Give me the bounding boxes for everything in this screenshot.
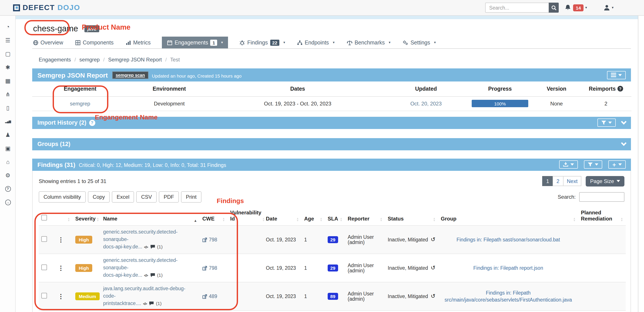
history-icon[interactable]: ↺ [430,293,435,299]
column-visibility-button[interactable]: Column visibility [39,191,86,202]
engagement-link[interactable]: semgrep [70,100,90,106]
sidebar-item-products[interactable]: ▢ [0,47,16,61]
pdf-button[interactable]: PDF [159,191,179,202]
groups-section-header[interactable]: Groups (12) [32,138,631,150]
severity-header[interactable]: Severity▲▼ [73,208,100,225]
test-menu-button[interactable] [607,71,626,79]
sidebar-item-components[interactable]: ▦ [0,74,16,88]
group-header[interactable]: Group▲▼ [438,208,578,225]
product-name[interactable]: chess-game [33,24,78,34]
notifications-bell[interactable] [565,4,571,11]
history-icon[interactable]: ↺ [430,236,435,243]
tab-overview[interactable]: Overview [32,37,64,48]
import-history-filter-button[interactable] [598,118,616,127]
sort-arrows[interactable]: ▲▼ [68,217,70,222]
sort-arrows[interactable]: ▲▼ [380,217,382,222]
row-checkbox[interactable] [41,236,47,242]
tab-benchmarks[interactable]: Benchmarks ▾ [346,37,392,48]
notification-count-badge[interactable]: 14 [573,4,584,11]
sidebar-item-findings[interactable]: ✱ [0,61,16,74]
sla-header[interactable]: SLA▲▼ [325,208,345,225]
print-button[interactable]: Print [181,191,201,202]
row-checkbox[interactable] [41,293,47,298]
csv-button[interactable]: CSV [136,191,157,202]
group-link[interactable]: Findings in: Filepath src/main/java/core… [444,290,572,302]
tab-findings[interactable]: Findings 22 ▾ [239,37,286,48]
cwe-link[interactable]: 798 [202,237,217,242]
help-circle-icon[interactable]: ? [89,120,95,126]
row-actions-kebab-icon[interactable]: ⋮ [58,264,64,271]
planned-remediation-header[interactable]: Planned Remediation▲▼ [578,208,626,225]
sidebar-item-announcements[interactable]: ⌂ [0,155,16,169]
sidebar-item-dashboard[interactable]: ◔ [0,20,16,34]
updated-link[interactable]: Oct. 20, 2023 [410,100,442,106]
sidebar-item-help[interactable]: ? [0,182,16,196]
name-header[interactable]: Name▲ [100,208,200,225]
cwe-header[interactable]: CWE▲▼ [200,208,228,225]
next-page-button[interactable]: Next [563,176,581,186]
reporter-header[interactable]: Reporter▲▼ [345,208,385,225]
tab-metrics[interactable]: Metrics [125,37,152,48]
sidebar-item-settings[interactable]: ⚙ [0,169,16,182]
age-header[interactable]: Age▲▼ [302,208,325,225]
sort-arrows[interactable]: ▲▼ [433,217,436,222]
breadcrumb-engagements[interactable]: Engagements [39,57,71,63]
collapse-chevron-icon[interactable] [621,119,626,124]
finding-name-link[interactable]: generic.secrets.security.detected-sonarq… [103,228,197,251]
sort-arrows[interactable]: ▲▼ [573,217,576,222]
actions-header[interactable]: ▲▼ [55,208,73,225]
defectdojo-logo[interactable]: DEFECT DOJO [13,3,80,12]
notifications-caret-icon[interactable]: ▾ [585,6,587,10]
history-icon[interactable]: ↺ [430,264,435,271]
group-link[interactable]: Findings in: Filepath report.json [474,265,543,270]
breadcrumb-report[interactable]: Semgrep JSON Report [108,57,162,63]
group-link[interactable]: Findings in: Filepath sast/sonar/sonarcl… [456,237,560,242]
tab-endpoints[interactable]: Endpoints ▾ [296,37,335,48]
row-checkbox[interactable] [41,264,47,270]
finding-name-link[interactable]: java.lang.security.audit.active-debug-co… [103,285,197,307]
tab-engagements[interactable]: Engagements 1 ▾ [162,37,228,48]
sidebar-item-queue[interactable]: ☰ [0,34,16,47]
sidebar-item-metrics[interactable]: ▂▄▆ [0,115,16,128]
sort-arrows[interactable]: ▲▼ [262,217,265,222]
sidebar-item-reports[interactable]: ▯ [0,101,16,115]
date-header[interactable]: Date▲▼ [263,208,302,225]
findings-download-button[interactable] [559,160,578,169]
help-circle-icon[interactable]: ? [618,86,623,92]
findings-add-button[interactable]: + [608,160,626,169]
cwe-link[interactable]: 798 [202,265,217,270]
tab-settings[interactable]: Settings ▾ [402,37,437,48]
sidebar-item-endpoints[interactable]: ⋔ [0,88,16,101]
global-search-input[interactable] [486,3,549,13]
copy-button[interactable]: Copy [88,191,110,202]
vulnerability-id-header[interactable]: Vulnerability Id▲▼ [228,208,263,225]
cwe-link[interactable]: 489 [202,293,217,299]
row-actions-kebab-icon[interactable]: ⋮ [58,293,64,299]
status-header[interactable]: Status▲▼ [385,208,438,225]
row-actions-kebab-icon[interactable]: ⋮ [58,236,64,243]
breadcrumb-semgrep[interactable]: semgrep [80,57,100,63]
page-size-button[interactable]: Page Size [586,176,624,186]
sidebar-item-users[interactable]: ♟ [0,128,16,142]
findings-filter-button[interactable] [584,160,602,169]
global-search-button[interactable] [549,3,559,13]
page-2-button[interactable]: 2 [552,176,563,186]
excel-button[interactable]: Excel [112,191,134,202]
user-menu[interactable]: ▾ [604,4,614,11]
sort-arrows[interactable]: ▲▼ [222,217,225,222]
tab-components[interactable]: Components [74,37,114,48]
select-all-checkbox[interactable] [41,215,47,220]
sort-arrows-active[interactable]: ▲ [194,219,197,222]
sidebar-item-calendar[interactable]: ▣ [0,142,16,155]
sort-arrows[interactable]: ▲▼ [340,217,342,222]
sort-arrows[interactable]: ▲▼ [296,217,299,222]
collapse-chevron-icon[interactable] [621,140,626,146]
scan-type-badge[interactable]: semgrep scan [112,71,148,79]
findings-section-header[interactable]: Findings (31) Critical: 0, High: 12, Med… [32,159,631,171]
sort-arrows[interactable]: ▲▼ [320,217,322,222]
sidebar-item-logout[interactable]: → [0,196,16,209]
sort-arrows[interactable]: ▲▼ [96,217,99,222]
page-1-button[interactable]: 1 [542,176,553,186]
table-search-input[interactable] [579,192,624,202]
sort-arrows[interactable]: ▲▼ [620,217,623,222]
